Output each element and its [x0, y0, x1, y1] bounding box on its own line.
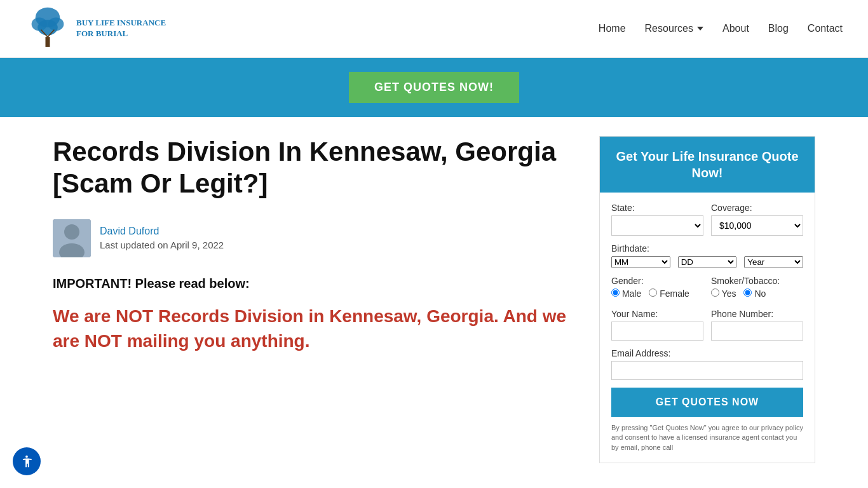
smoker-radio-group: Yes No	[711, 288, 803, 301]
nav-resources-container[interactable]: Resources	[645, 23, 703, 34]
coverage-group: Coverage: $10,000	[711, 203, 803, 236]
smoker-yes-label: Yes	[722, 288, 736, 299]
quote-widget-header: Get Your Life Insurance Quote Now!	[600, 137, 815, 193]
nav-contact[interactable]: Contact	[808, 23, 843, 34]
chevron-down-icon	[697, 27, 703, 30]
coverage-select[interactable]: $10,000	[711, 215, 803, 236]
coverage-label: Coverage:	[711, 203, 803, 213]
state-label: State:	[611, 203, 703, 213]
article-title: Records Division In Kennesaw, Georgia [S…	[53, 136, 574, 200]
smoker-yes-radio[interactable]	[711, 288, 719, 297]
gender-group: Gender: Male Female	[611, 276, 703, 301]
name-phone-row: Your Name: Phone Number:	[611, 309, 803, 341]
nav-home[interactable]: Home	[599, 23, 626, 34]
birthdate-row: MM DD Year	[611, 256, 803, 268]
author-info: David Duford Last updated on April 9, 20…	[100, 226, 224, 251]
gender-label: Gender:	[611, 276, 703, 286]
svg-rect-0	[46, 37, 50, 47]
phone-input[interactable]	[711, 322, 803, 341]
disclaimer-text: By pressing "Get Quotes Now" you agree t…	[611, 423, 803, 452]
logo-tree-icon	[25, 6, 70, 51]
name-group: Your Name:	[611, 309, 703, 341]
smoker-label: Smoker/Tobacco:	[711, 276, 803, 286]
gender-female-radio[interactable]	[649, 288, 657, 297]
birthdate-label: Birthdate:	[611, 243, 803, 254]
author-photo	[53, 219, 91, 257]
accessibility-icon	[20, 454, 34, 468]
article: Records Division In Kennesaw, Georgia [S…	[53, 136, 574, 463]
promo-banner: GET QUOTES NOW!	[0, 58, 868, 117]
gender-male-label: Male	[622, 288, 641, 299]
nav-resources[interactable]: Resources	[645, 23, 693, 34]
email-group: Email Address:	[611, 348, 803, 380]
nav-about[interactable]: About	[722, 23, 749, 34]
email-input[interactable]	[611, 361, 803, 380]
author-section: David Duford Last updated on April 9, 20…	[53, 219, 574, 257]
state-coverage-row: State: Coverage: $10,000	[611, 203, 803, 236]
phone-label: Phone Number:	[711, 309, 803, 319]
logo-area[interactable]: BUY LIFE INSURANCE FOR BURIAL	[25, 6, 178, 51]
important-notice: IMPORTANT! Please read below:	[53, 276, 574, 291]
logo-text: BUY LIFE INSURANCE FOR BURIAL	[76, 18, 178, 39]
gender-female-option[interactable]: Female	[649, 288, 689, 299]
nav-blog[interactable]: Blog	[768, 23, 789, 34]
gender-male-radio[interactable]	[611, 288, 620, 297]
birthdate-group: Birthdate: MM DD Year	[611, 243, 803, 268]
phone-group: Phone Number:	[711, 309, 803, 341]
state-select[interactable]	[611, 215, 703, 236]
main-content: Records Division In Kennesaw, Georgia [S…	[27, 117, 841, 482]
gender-radio-group: Male Female	[611, 288, 703, 301]
gender-smoker-row: Gender: Male Female	[611, 276, 803, 301]
email-label: Email Address:	[611, 348, 803, 358]
smoker-no-label: No	[754, 288, 766, 299]
smoker-no-radio[interactable]	[743, 288, 752, 297]
smoker-yes-option[interactable]: Yes	[711, 288, 736, 299]
red-notice-text: We are NOT Records Division in Kennesaw,…	[53, 304, 574, 353]
quote-form: State: Coverage: $10,000 Birthdate:	[600, 193, 815, 463]
sidebar: Get Your Life Insurance Quote Now! State…	[599, 136, 815, 463]
author-avatar	[53, 219, 91, 257]
author-date: Last updated on April 9, 2022	[100, 240, 224, 250]
site-header: BUY LIFE INSURANCE FOR BURIAL Home Resou…	[0, 0, 868, 58]
state-group: State:	[611, 203, 703, 236]
smoker-group: Smoker/Tobacco: Yes No	[711, 276, 803, 301]
quote-widget: Get Your Life Insurance Quote Now! State…	[599, 136, 815, 463]
name-input[interactable]	[611, 322, 703, 341]
name-label: Your Name:	[611, 309, 703, 319]
birthdate-dd-select[interactable]: DD	[678, 256, 737, 268]
get-quotes-banner-button[interactable]: GET QUOTES NOW!	[349, 72, 519, 103]
main-nav: Home Resources About Blog Contact	[599, 23, 843, 34]
smoker-no-option[interactable]: No	[743, 288, 766, 299]
author-link[interactable]: David Duford	[100, 226, 224, 237]
svg-point-8	[64, 224, 79, 240]
accessibility-button[interactable]	[13, 447, 41, 475]
gender-male-option[interactable]: Male	[611, 288, 641, 299]
svg-point-4	[37, 20, 58, 36]
birthdate-year-select[interactable]: Year	[744, 256, 803, 268]
gender-female-label: Female	[660, 288, 689, 299]
svg-point-10	[25, 456, 28, 458]
birthdate-mm-select[interactable]: MM	[611, 256, 670, 268]
get-quotes-submit-button[interactable]: GET QUOTES NOW	[611, 388, 803, 417]
